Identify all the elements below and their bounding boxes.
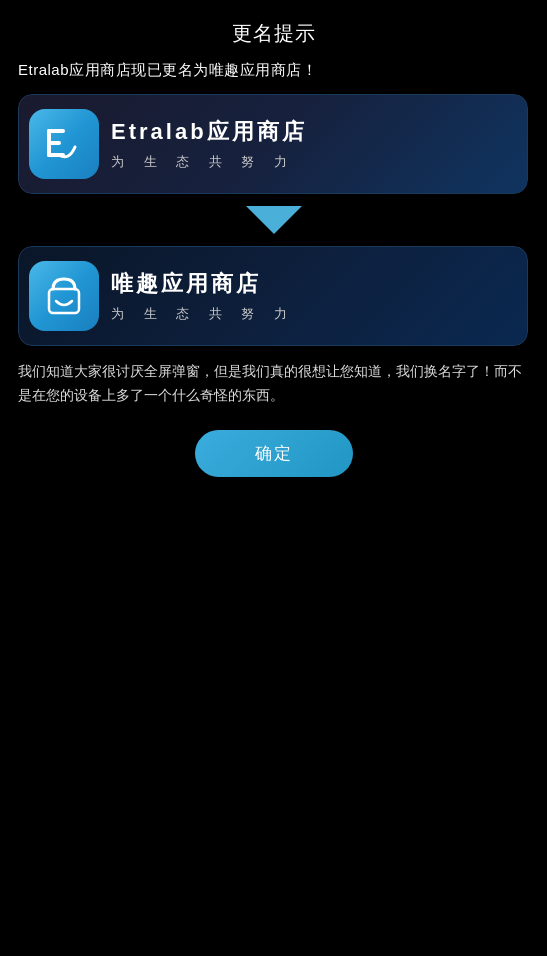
etralab-tagline: 为 生 态 共 努 力	[111, 153, 517, 171]
arrow-down-container	[18, 206, 529, 234]
etralab-title: Etralab应用商店	[111, 117, 517, 147]
page-container: 更名提示 Etralab应用商店现已更名为唯趣应用商店！ Etralab应用商店…	[0, 0, 547, 956]
banner-etralab-inner: Etralab应用商店 为 生 态 共 努 力	[18, 94, 528, 194]
banner-weiqu: 唯趣应用商店 为 生 态 共 努 力	[18, 246, 528, 346]
subtitle-text: Etralab应用商店现已更名为唯趣应用商店！	[18, 61, 317, 80]
weiqu-tagline: 为 生 态 共 努 力	[111, 305, 517, 323]
description-text: 我们知道大家很讨厌全屏弹窗，但是我们真的很想让您知道，我们换名字了！而不是在您的…	[18, 360, 529, 408]
weiqu-title: 唯趣应用商店	[111, 269, 517, 299]
weiqu-app-icon	[29, 261, 99, 331]
banner-etralab: Etralab应用商店 为 生 态 共 努 力	[18, 94, 528, 194]
weiqu-text-block: 唯趣应用商店 为 生 态 共 努 力	[111, 269, 517, 323]
page-title: 更名提示	[18, 20, 529, 47]
etralab-text-block: Etralab应用商店 为 生 态 共 努 力	[111, 117, 517, 171]
confirm-button[interactable]: 确定	[195, 430, 353, 477]
etralab-app-icon	[29, 109, 99, 179]
confirm-button-wrapper: 确定	[18, 430, 529, 477]
arrow-down-icon	[246, 206, 302, 234]
svg-rect-4	[49, 289, 79, 313]
svg-rect-3	[47, 129, 51, 157]
banner-weiqu-inner: 唯趣应用商店 为 生 态 共 努 力	[18, 246, 528, 346]
